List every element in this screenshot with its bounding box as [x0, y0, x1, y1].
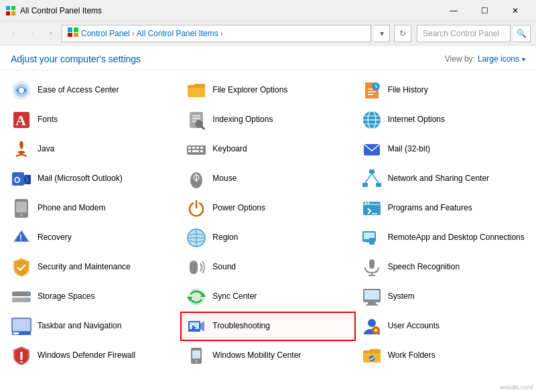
svg-rect-0 [6, 6, 10, 10]
windows-defender-icon [11, 345, 32, 367]
item-taskbar[interactable]: Taskbar and Navigation [5, 312, 180, 341]
item-user-accounts[interactable]: User Accounts [356, 312, 531, 341]
item-programs[interactable]: Programs and Features [356, 194, 531, 223]
view-by: View by: Large icons ▾ [445, 54, 525, 64]
window-icon [5, 5, 16, 16]
troubleshooting-label: Troubleshooting [212, 321, 270, 332]
keyboard-icon [186, 139, 207, 160]
item-indexing[interactable]: Indexing Options [180, 105, 355, 135]
security-icon [11, 257, 32, 278]
svg-rect-3 [11, 11, 15, 15]
watermark: wsisdn.com/ [500, 384, 533, 391]
item-power[interactable]: Power Options [180, 194, 355, 223]
item-system[interactable]: System [356, 282, 531, 312]
back-button[interactable]: ‹ [5, 25, 21, 42]
svg-rect-57 [369, 259, 375, 269]
network-label: Network and Sharing Center [388, 174, 489, 184]
item-java[interactable]: Java [5, 135, 180, 164]
recovery-label: Recovery [38, 233, 72, 243]
item-windows-defender[interactable]: Windows Defender Firewall [5, 341, 180, 371]
address-home-icon [68, 27, 78, 39]
close-button[interactable]: ✕ [500, 0, 531, 21]
item-keyboard[interactable]: Keyboard [180, 135, 355, 164]
item-file-history[interactable]: File History [356, 76, 531, 105]
programs-label: Programs and Features [388, 203, 472, 214]
item-network[interactable]: Network and Sharing Center [356, 164, 531, 194]
svg-rect-24 [192, 147, 195, 149]
items-grid: Ease of Access CenterFile Explorer Optio… [0, 76, 536, 371]
item-security[interactable]: Security and Maintenance [5, 253, 180, 282]
svg-point-84 [195, 360, 198, 363]
file-explorer-label: File Explorer Options [212, 85, 287, 96]
item-sound[interactable]: Sound [180, 253, 355, 282]
svg-point-10 [19, 88, 24, 93]
file-explorer-icon [186, 80, 207, 101]
address-box[interactable]: Control Panel › All Control Panel Items … [62, 25, 371, 42]
item-ease-of-access[interactable]: Ease of Access Center [5, 76, 180, 105]
region-label: Region [212, 233, 238, 243]
svg-line-39 [365, 174, 372, 183]
item-mail-outlook[interactable]: OMail (Microsoft Outlook) [5, 164, 180, 194]
phone-modem-icon [11, 198, 32, 219]
item-sync[interactable]: Sync Center [180, 282, 355, 312]
search-button[interactable]: 🔍 [513, 25, 531, 42]
java-label: Java [38, 144, 54, 155]
mobility-icon [186, 345, 207, 367]
item-mouse[interactable]: Mouse [180, 164, 355, 194]
item-internet-options[interactable]: Internet Options [356, 105, 531, 135]
search-placeholder: Search Control Panel [423, 29, 499, 38]
forward-button[interactable]: › [24, 25, 40, 42]
internet-options-icon [361, 109, 383, 131]
item-mobility[interactable]: Windows Mobility Center [180, 341, 355, 371]
item-mail-32bit[interactable]: Mail (32-bit) [356, 135, 531, 164]
item-troubleshooting[interactable]: Troubleshooting [180, 312, 355, 341]
system-icon [361, 286, 383, 308]
svg-text:!: ! [19, 233, 22, 243]
window-title: All Control Panel Items [20, 6, 438, 15]
sync-label: Sync Center [212, 291, 257, 302]
viewby-label: View by: [445, 54, 475, 64]
item-file-explorer[interactable]: File Explorer Options [180, 76, 355, 105]
mail-outlook-icon: O [11, 168, 32, 190]
speech-label: Speech Recognition [388, 262, 460, 273]
svg-rect-23 [188, 147, 191, 149]
svg-line-40 [372, 174, 379, 183]
user-accounts-label: User Accounts [388, 321, 440, 332]
mail-32bit-icon [361, 139, 383, 160]
item-speech[interactable]: Speech Recognition [356, 253, 531, 282]
maximize-button[interactable]: ☐ [469, 0, 500, 21]
item-fonts[interactable]: AFonts [5, 105, 180, 135]
svg-rect-26 [200, 147, 203, 149]
search-box[interactable]: Search Control Panel [417, 25, 511, 42]
file-history-icon [361, 80, 383, 101]
region-icon [186, 227, 207, 249]
item-work-folders[interactable]: Work Folders [356, 341, 531, 371]
content-area: Adjust your computer's settings View by:… [0, 46, 536, 392]
item-recovery[interactable]: !Recovery [5, 223, 180, 253]
up-button[interactable]: ↑ [43, 25, 59, 42]
item-region[interactable]: Region [180, 223, 355, 253]
viewby-chevron-icon[interactable]: ▾ [522, 56, 525, 63]
item-phone-modem[interactable]: Phone and Modem [5, 194, 180, 223]
address-dropdown[interactable]: ▾ [374, 25, 390, 42]
minimize-button[interactable]: — [438, 0, 469, 21]
security-label: Security and Maintenance [38, 262, 131, 273]
address-control-panel[interactable]: Control Panel [81, 29, 130, 38]
address-all-items[interactable]: All Control Panel Items [137, 29, 218, 38]
programs-icon [361, 198, 383, 219]
storage-icon [11, 286, 32, 308]
item-remoteapp[interactable]: RemoteApp and Desktop Connections [356, 223, 531, 253]
system-label: System [388, 291, 415, 302]
indexing-label: Indexing Options [212, 115, 273, 125]
svg-rect-29 [200, 150, 203, 152]
item-storage[interactable]: Storage Spaces [5, 282, 180, 312]
svg-point-46 [364, 202, 366, 204]
svg-rect-68 [364, 290, 379, 300]
sound-label: Sound [212, 262, 236, 273]
fonts-label: Fonts [38, 115, 58, 125]
viewby-value[interactable]: Large icons [478, 54, 519, 64]
refresh-button[interactable]: ↻ [394, 25, 411, 42]
mouse-icon [186, 168, 207, 190]
mail-32bit-label: Mail (32-bit) [388, 144, 430, 155]
svg-point-63 [27, 299, 29, 301]
